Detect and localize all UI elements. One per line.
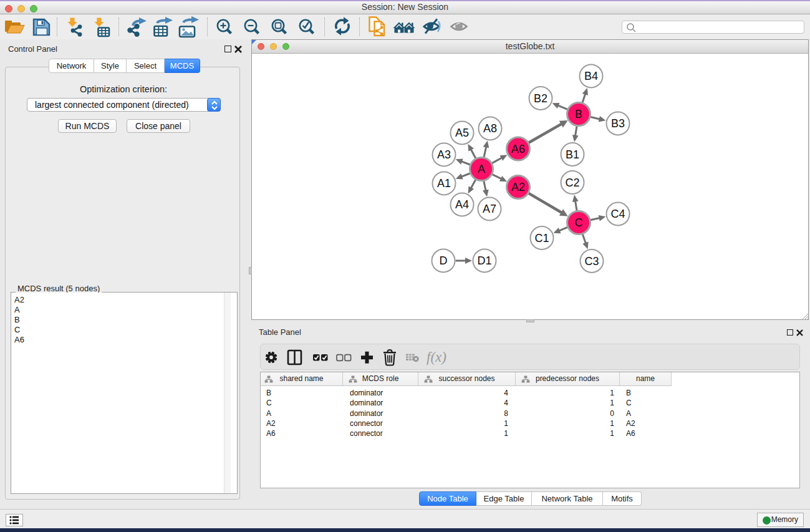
svg-text:C2: C2	[565, 177, 579, 189]
svg-text:A2: A2	[511, 181, 525, 193]
svg-text:A3: A3	[437, 148, 451, 161]
svg-text:C1: C1	[534, 232, 549, 244]
svg-text:A7: A7	[483, 203, 496, 215]
svg-text:A1: A1	[437, 177, 451, 190]
svg-text:A6: A6	[511, 143, 525, 155]
svg-text:B: B	[575, 108, 582, 120]
svg-text:B4: B4	[584, 70, 598, 82]
svg-text:C4: C4	[610, 208, 625, 220]
svg-text:A5: A5	[455, 127, 469, 139]
svg-text:B3: B3	[611, 117, 625, 130]
svg-text:D: D	[440, 254, 448, 267]
svg-text:B1: B1	[566, 148, 579, 161]
svg-text:A4: A4	[455, 198, 469, 211]
svg-text:C: C	[575, 216, 583, 229]
svg-text:B2: B2	[534, 92, 547, 105]
svg-text:C3: C3	[584, 255, 599, 268]
svg-text:D1: D1	[477, 254, 491, 267]
svg-text:A: A	[478, 163, 485, 175]
svg-text:A8: A8	[483, 122, 497, 135]
svg-text:f(x): f(x)	[427, 349, 446, 365]
